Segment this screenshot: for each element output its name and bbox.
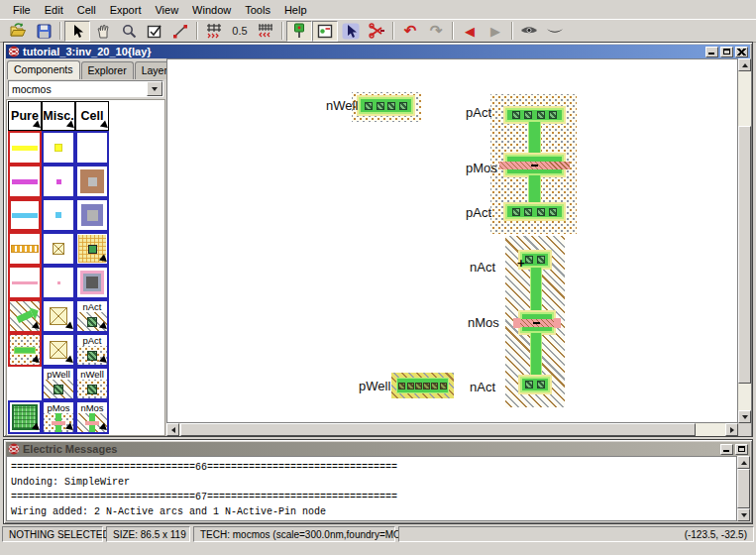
undo-button[interactable]: ↶ [397, 21, 423, 42]
zoom-button[interactable] [116, 21, 142, 42]
scroll-down-button[interactable] [738, 410, 751, 423]
palette-poly1-pin[interactable] [42, 266, 75, 299]
arrow-down-icon [742, 415, 748, 419]
palette-metal3-pin[interactable] [42, 198, 75, 232]
expand-button[interactable] [516, 21, 542, 42]
palette-metal2-pin[interactable] [42, 165, 75, 198]
palette-poly-contact-node[interactable] [75, 266, 109, 299]
select-area-button[interactable] [142, 21, 167, 42]
poly2-pin-icon [53, 243, 64, 255]
palette-header-misc[interactable]: Misc. [42, 101, 75, 131]
nactive-arc[interactable] [530, 333, 542, 377]
scroll-up-button[interactable] [737, 456, 750, 469]
scroll-down-button[interactable] [737, 508, 750, 521]
header-label: Pure [11, 109, 39, 123]
palette-metal1-pin[interactable] [42, 131, 75, 165]
horizontal-scrollbar[interactable] [166, 423, 738, 436]
toggle-export-display-button[interactable] [312, 21, 338, 42]
palette-nmos-node[interactable]: nMos [75, 400, 109, 434]
palette-empty-cell[interactable] [75, 131, 109, 165]
grid-fine-button[interactable] [253, 21, 278, 42]
pact-contact-bottom[interactable] [505, 204, 564, 219]
palette-metal1-arc[interactable] [8, 131, 42, 165]
palette-nact-contact[interactable]: nAct [75, 299, 109, 333]
maximize-button[interactable] [720, 47, 733, 57]
toggle-ports-button[interactable] [286, 21, 312, 42]
close-button[interactable] [735, 47, 748, 57]
pan-button[interactable] [90, 21, 116, 42]
nact-contact-bottom[interactable] [520, 377, 550, 392]
grid-dense-icon [258, 23, 273, 39]
messages-scroll-thumb[interactable] [737, 469, 750, 508]
nactive-arc[interactable] [530, 268, 542, 312]
toolbar-separator [59, 22, 61, 40]
tab-explorer[interactable]: Explorer [81, 61, 134, 79]
palette-scalable-transistor[interactable] [8, 400, 42, 434]
metal2-pin-icon [56, 179, 61, 184]
palette-active-pin[interactable] [42, 299, 75, 333]
vertical-scrollbar[interactable] [738, 58, 751, 423]
menu-file[interactable]: File [6, 2, 38, 18]
messages-scrollbar[interactable] [737, 456, 750, 521]
nmos-poly-gate-left [513, 318, 520, 328]
palette-active-pin2[interactable] [42, 333, 75, 367]
palette-via2-node[interactable] [75, 198, 109, 232]
vertical-scroll-thumb[interactable] [738, 126, 751, 384]
pactive-arc[interactable] [528, 122, 541, 155]
poly1-pin-icon [57, 281, 60, 284]
select-arrow-button[interactable] [64, 21, 90, 42]
redo-button[interactable]: ↷ [423, 21, 449, 42]
special-select-button[interactable] [338, 21, 364, 42]
go-back-button[interactable]: ◀ [457, 21, 483, 42]
menu-tools[interactable]: Tools [238, 2, 277, 18]
menu-help[interactable]: Help [277, 2, 314, 18]
minimize-button[interactable] [720, 444, 733, 455]
palette-pact-contact[interactable]: pAct [75, 333, 109, 367]
palette-metal2-arc[interactable] [8, 165, 42, 198]
go-forward-button[interactable]: ▶ [483, 21, 508, 42]
layout-canvas[interactable]: nWell pAct pMos pAct + nAct [166, 58, 738, 423]
menu-view[interactable]: View [148, 2, 185, 18]
messages-titlebar[interactable]: Electric Messages [6, 442, 750, 456]
open-library-button[interactable] [5, 21, 31, 42]
scroll-up-button[interactable] [738, 58, 751, 71]
scroll-left-button[interactable] [166, 423, 179, 436]
tab-components[interactable]: Components [7, 60, 80, 79]
grid-coarse-button[interactable] [201, 21, 227, 42]
preferences-button[interactable] [364, 21, 389, 42]
palette-header-cell[interactable]: Cell [75, 101, 109, 131]
palette-nwell-contact[interactable]: nWell [75, 367, 109, 400]
palette-empty-cell[interactable] [8, 367, 42, 400]
dropdown-button[interactable] [147, 81, 162, 96]
palette-pmos-node[interactable]: pMos [42, 400, 75, 434]
pactive-arc[interactable] [528, 175, 541, 205]
palette-via1-node[interactable] [75, 165, 109, 198]
pact-contact-top[interactable] [505, 108, 564, 122]
menu-window[interactable]: Window [185, 2, 238, 18]
collapse-button[interactable] [542, 21, 568, 42]
palette-header-pure[interactable]: Pure [8, 101, 42, 131]
wiring-tool-button[interactable] [167, 21, 193, 42]
scroll-right-button[interactable] [725, 423, 738, 436]
palette-pactive-arc[interactable] [8, 333, 42, 367]
minimize-button[interactable] [705, 47, 718, 57]
menu-export[interactable]: Export [103, 2, 149, 18]
palette-poly2-arc[interactable] [8, 232, 42, 266]
menu-edit[interactable]: Edit [38, 2, 70, 18]
menu-cell[interactable]: Cell [70, 2, 103, 18]
palette-poly1-arc[interactable] [8, 266, 42, 299]
edit-window-titlebar[interactable]: tutorial_3:inv_20_10{lay} [6, 45, 750, 58]
technology-dropdown[interactable]: mocmos [8, 80, 163, 97]
horizontal-scroll-thumb[interactable] [180, 423, 696, 436]
palette-pwell-contact[interactable]: pWell [42, 367, 75, 400]
palette-metal3-arc[interactable] [8, 198, 42, 232]
palette-poly2-pin[interactable] [42, 232, 75, 266]
save-library-button[interactable] [31, 21, 56, 42]
maximize-button[interactable] [735, 444, 748, 455]
nwell-contact-node[interactable] [359, 97, 413, 114]
palette-nactive-arc[interactable] [8, 299, 42, 333]
pwell-contact-node[interactable] [391, 373, 454, 398]
metal2-arc-icon [12, 179, 38, 184]
messages-log[interactable]: ===============================66=======… [6, 456, 737, 521]
palette-contact-node[interactable] [75, 232, 109, 266]
